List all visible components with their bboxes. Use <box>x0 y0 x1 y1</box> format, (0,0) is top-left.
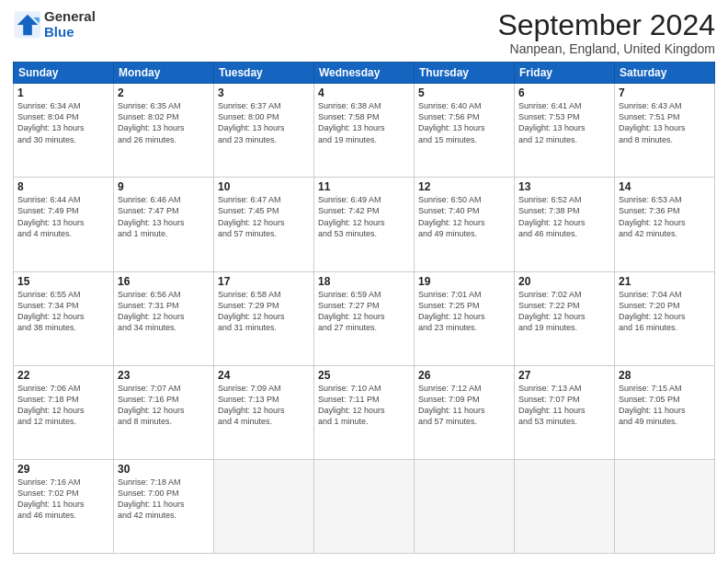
logo: General Blue <box>13 9 96 40</box>
calendar-cell: 16Sunrise: 6:56 AM Sunset: 7:31 PM Dayli… <box>114 271 214 365</box>
calendar-cell <box>314 459 415 553</box>
calendar-cell: 25Sunrise: 7:10 AM Sunset: 7:11 PM Dayli… <box>314 365 415 459</box>
day-info: Sunrise: 6:41 AM Sunset: 7:53 PM Dayligh… <box>518 100 610 145</box>
day-number: 26 <box>418 369 510 382</box>
day-info: Sunrise: 7:12 AM Sunset: 7:09 PM Dayligh… <box>418 383 510 428</box>
day-info: Sunrise: 6:49 AM Sunset: 7:42 PM Dayligh… <box>318 194 410 239</box>
calendar-cell <box>615 459 715 553</box>
calendar-cell: 7Sunrise: 6:43 AM Sunset: 7:51 PM Daylig… <box>615 84 715 178</box>
calendar-header-wednesday: Wednesday <box>314 63 415 84</box>
day-info: Sunrise: 6:56 AM Sunset: 7:31 PM Dayligh… <box>118 289 210 334</box>
calendar-cell: 19Sunrise: 7:01 AM Sunset: 7:25 PM Dayli… <box>415 271 515 365</box>
calendar-cell <box>515 459 615 553</box>
calendar-header-row: SundayMondayTuesdayWednesdayThursdayFrid… <box>14 63 715 84</box>
day-number: 30 <box>118 463 210 476</box>
day-info: Sunrise: 6:46 AM Sunset: 7:47 PM Dayligh… <box>118 194 210 239</box>
day-number: 18 <box>318 275 410 288</box>
calendar-cell: 17Sunrise: 6:58 AM Sunset: 7:29 PM Dayli… <box>214 271 314 365</box>
calendar-cell: 21Sunrise: 7:04 AM Sunset: 7:20 PM Dayli… <box>615 271 715 365</box>
day-info: Sunrise: 6:55 AM Sunset: 7:34 PM Dayligh… <box>17 289 109 334</box>
calendar-cell: 22Sunrise: 7:06 AM Sunset: 7:18 PM Dayli… <box>14 365 114 459</box>
day-number: 15 <box>17 275 109 288</box>
calendar-cell: 12Sunrise: 6:50 AM Sunset: 7:40 PM Dayli… <box>415 178 515 271</box>
calendar-cell: 4Sunrise: 6:38 AM Sunset: 7:58 PM Daylig… <box>314 84 415 178</box>
calendar-cell: 29Sunrise: 7:16 AM Sunset: 7:02 PM Dayli… <box>14 459 114 553</box>
calendar-header-tuesday: Tuesday <box>214 63 314 84</box>
day-number: 29 <box>17 463 109 476</box>
calendar-cell: 23Sunrise: 7:07 AM Sunset: 7:16 PM Dayli… <box>114 365 214 459</box>
day-info: Sunrise: 6:43 AM Sunset: 7:51 PM Dayligh… <box>619 100 711 145</box>
day-number: 8 <box>17 180 109 193</box>
day-number: 14 <box>619 180 711 193</box>
day-info: Sunrise: 7:02 AM Sunset: 7:22 PM Dayligh… <box>518 289 610 334</box>
day-number: 27 <box>518 369 610 382</box>
logo-blue-text: Blue <box>44 25 96 40</box>
calendar-cell <box>415 459 515 553</box>
calendar-cell: 30Sunrise: 7:18 AM Sunset: 7:00 PM Dayli… <box>114 459 214 553</box>
day-info: Sunrise: 7:09 AM Sunset: 7:13 PM Dayligh… <box>218 383 310 428</box>
day-number: 4 <box>318 86 410 99</box>
calendar-week-row: 29Sunrise: 7:16 AM Sunset: 7:02 PM Dayli… <box>14 459 715 553</box>
calendar-header-monday: Monday <box>114 63 214 84</box>
day-number: 13 <box>518 180 610 193</box>
day-info: Sunrise: 6:58 AM Sunset: 7:29 PM Dayligh… <box>218 289 310 334</box>
calendar-cell: 26Sunrise: 7:12 AM Sunset: 7:09 PM Dayli… <box>415 365 515 459</box>
day-number: 12 <box>418 180 510 193</box>
day-info: Sunrise: 6:59 AM Sunset: 7:27 PM Dayligh… <box>318 289 410 334</box>
calendar-header-saturday: Saturday <box>615 63 715 84</box>
calendar-header-friday: Friday <box>515 63 615 84</box>
header: General Blue September 2024 Nanpean, Eng… <box>13 9 715 56</box>
day-number: 28 <box>619 369 711 382</box>
calendar-cell: 20Sunrise: 7:02 AM Sunset: 7:22 PM Dayli… <box>515 271 615 365</box>
page: General Blue September 2024 Nanpean, Eng… <box>0 0 728 563</box>
day-info: Sunrise: 6:40 AM Sunset: 7:56 PM Dayligh… <box>418 100 510 145</box>
day-info: Sunrise: 7:15 AM Sunset: 7:05 PM Dayligh… <box>619 383 711 428</box>
day-info: Sunrise: 6:44 AM Sunset: 7:49 PM Dayligh… <box>17 194 109 239</box>
day-number: 7 <box>619 86 711 99</box>
calendar-cell: 9Sunrise: 6:46 AM Sunset: 7:47 PM Daylig… <box>114 178 214 271</box>
day-number: 16 <box>118 275 210 288</box>
calendar-cell: 13Sunrise: 6:52 AM Sunset: 7:38 PM Dayli… <box>515 178 615 271</box>
calendar-week-row: 15Sunrise: 6:55 AM Sunset: 7:34 PM Dayli… <box>14 271 715 365</box>
day-info: Sunrise: 6:35 AM Sunset: 8:02 PM Dayligh… <box>118 100 210 145</box>
day-info: Sunrise: 6:37 AM Sunset: 8:00 PM Dayligh… <box>218 100 310 145</box>
day-number: 19 <box>418 275 510 288</box>
day-number: 1 <box>17 86 109 99</box>
day-info: Sunrise: 7:01 AM Sunset: 7:25 PM Dayligh… <box>418 289 510 334</box>
calendar-cell: 1Sunrise: 6:34 AM Sunset: 8:04 PM Daylig… <box>14 84 114 178</box>
location: Nanpean, England, United Kingdom <box>497 41 715 56</box>
day-number: 23 <box>118 369 210 382</box>
day-info: Sunrise: 6:47 AM Sunset: 7:45 PM Dayligh… <box>218 194 310 239</box>
day-number: 6 <box>518 86 610 99</box>
day-info: Sunrise: 6:34 AM Sunset: 8:04 PM Dayligh… <box>17 100 109 145</box>
day-number: 25 <box>318 369 410 382</box>
calendar-cell: 3Sunrise: 6:37 AM Sunset: 8:00 PM Daylig… <box>214 84 314 178</box>
logo-general-text: General <box>44 9 96 25</box>
calendar-cell <box>214 459 314 553</box>
day-number: 10 <box>218 180 310 193</box>
day-info: Sunrise: 7:04 AM Sunset: 7:20 PM Dayligh… <box>619 289 711 334</box>
calendar-cell: 10Sunrise: 6:47 AM Sunset: 7:45 PM Dayli… <box>214 178 314 271</box>
day-info: Sunrise: 7:06 AM Sunset: 7:18 PM Dayligh… <box>17 383 109 428</box>
day-number: 2 <box>118 86 210 99</box>
logo-text: General Blue <box>44 9 96 40</box>
calendar-cell: 2Sunrise: 6:35 AM Sunset: 8:02 PM Daylig… <box>114 84 214 178</box>
day-info: Sunrise: 7:13 AM Sunset: 7:07 PM Dayligh… <box>518 383 610 428</box>
day-info: Sunrise: 7:16 AM Sunset: 7:02 PM Dayligh… <box>17 477 109 522</box>
day-number: 9 <box>118 180 210 193</box>
calendar-week-row: 1Sunrise: 6:34 AM Sunset: 8:04 PM Daylig… <box>14 84 715 178</box>
calendar-cell: 15Sunrise: 6:55 AM Sunset: 7:34 PM Dayli… <box>14 271 114 365</box>
day-info: Sunrise: 6:53 AM Sunset: 7:36 PM Dayligh… <box>619 194 711 239</box>
day-info: Sunrise: 7:10 AM Sunset: 7:11 PM Dayligh… <box>318 383 410 428</box>
calendar-header-thursday: Thursday <box>415 63 515 84</box>
title-block: September 2024 Nanpean, England, United … <box>497 9 715 56</box>
day-number: 24 <box>218 369 310 382</box>
calendar-cell: 8Sunrise: 6:44 AM Sunset: 7:49 PM Daylig… <box>14 178 114 271</box>
day-number: 5 <box>418 86 510 99</box>
day-number: 17 <box>218 275 310 288</box>
calendar-week-row: 22Sunrise: 7:06 AM Sunset: 7:18 PM Dayli… <box>14 365 715 459</box>
calendar-cell: 18Sunrise: 6:59 AM Sunset: 7:27 PM Dayli… <box>314 271 415 365</box>
day-info: Sunrise: 6:52 AM Sunset: 7:38 PM Dayligh… <box>518 194 610 239</box>
day-info: Sunrise: 6:50 AM Sunset: 7:40 PM Dayligh… <box>418 194 510 239</box>
calendar-table: SundayMondayTuesdayWednesdayThursdayFrid… <box>13 62 715 554</box>
